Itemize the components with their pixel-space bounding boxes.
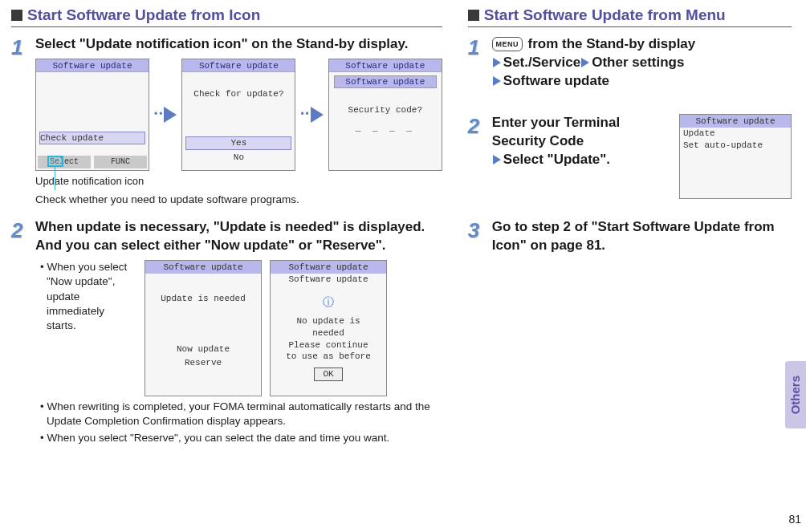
shot-line: Security code?: [329, 88, 442, 120]
left-step1-note: Check whether you need to update softwar…: [35, 193, 442, 207]
right-step2-l2: Select "Update".: [503, 152, 610, 167]
nav-other-settings: Other settings: [592, 55, 684, 70]
step-number: 2: [11, 218, 35, 447]
heading-left-text: Start Software Update from Icon: [27, 5, 260, 26]
shot-opt-reserve: Reserve: [149, 357, 258, 369]
shot-l3: Please continue: [271, 339, 386, 351]
side-tab-label: Others: [788, 376, 804, 414]
nav-software-update: Software update: [503, 73, 609, 88]
shot-l1: No update is: [271, 311, 386, 327]
right-step-2: 2 Enter your Terminal Security Code Sele…: [468, 114, 792, 199]
left-step2-main: When update is necessary, "Update is nee…: [35, 218, 442, 255]
shot-btn-func: FUNC: [94, 156, 147, 169]
bullet-rewriting: When rewriting is completed, your FOMA t…: [47, 400, 442, 428]
shot-yes: Yes: [185, 136, 291, 150]
shot-line: Check for update?: [182, 72, 295, 104]
shot-title: Software update: [271, 261, 386, 274]
screenshot-security-code: Software update Software update Security…: [328, 59, 442, 171]
heading-square: [468, 10, 479, 21]
update-notification-icon: [47, 156, 63, 167]
chevron-right-icon: [493, 58, 501, 67]
step-number: 1: [11, 35, 35, 208]
left-step1-main: Select "Update notification icon" on the…: [35, 35, 442, 54]
right-step3-main: Go to step 2 of "Start Software Update f…: [492, 218, 792, 255]
side-tab-others: Others: [785, 361, 806, 428]
shot-no: No: [185, 152, 291, 164]
right-step1-main: MENU from the Stand-by display Set./Serv…: [492, 35, 792, 91]
right-step1-t1: from the Stand-by display: [524, 36, 695, 51]
bullet-now-update: When you select "Now update", update imm…: [47, 260, 136, 333]
shot-btn-select: Select: [38, 156, 91, 169]
shot-title: Software update: [680, 115, 791, 128]
shot-title: Software update: [145, 261, 261, 274]
shot-row-auto: Set auto-update: [680, 140, 791, 152]
left-step2-bullets-rest: When rewriting is completed, your FOMA t…: [40, 400, 442, 445]
heading-right: Start Software Update from Menu: [468, 5, 792, 27]
page-number: 81: [788, 512, 801, 527]
shot-subtitle: Software update: [271, 274, 386, 286]
shot-row: Check update: [39, 132, 145, 145]
chevron-right-icon: [493, 155, 501, 164]
step-number: 1: [468, 35, 492, 95]
shot-title: Software update: [329, 59, 442, 72]
shot-mask: _ _ _ _: [329, 120, 442, 138]
shot-opt-now: Now update: [145, 343, 261, 355]
screenshot-update-menu: Software update Update Set auto-update: [679, 114, 792, 199]
screenshot-check-update: Software update Check update Select FUNC: [35, 59, 149, 171]
shot-title: Software update: [182, 59, 295, 72]
chevron-right-icon: [493, 76, 501, 86]
right-step-3: 3 Go to step 2 of "Start Software Update…: [468, 218, 792, 260]
heading-square: [11, 10, 22, 21]
icon-caption: Update notification icon: [35, 174, 442, 189]
left-step2-bullet-short: When you select "Now update", update imm…: [40, 260, 136, 396]
menu-icon: MENU: [492, 37, 523, 51]
shot-line: Update is needed: [145, 274, 261, 305]
shot-l4: to use as before: [271, 351, 386, 363]
right-step-1: 1 MENU from the Stand-by display Set./Se…: [468, 35, 792, 95]
shot-title: Software update: [36, 59, 149, 72]
arrow-1: ••: [154, 107, 177, 123]
left-step-1: 1 Select "Update notification icon" on t…: [11, 35, 442, 208]
right-step2-l1: Enter your Terminal Security Code: [492, 115, 620, 148]
arrow-2: ••: [300, 107, 323, 123]
step-number: 3: [468, 218, 492, 260]
screenshot-update-needed: Software update Update is needed Now upd…: [145, 260, 262, 396]
screenshot-check-for-update: Software update Check for update? Yes No: [181, 59, 295, 171]
heading-left: Start Software Update from Icon: [11, 5, 442, 27]
right-step2-main: Enter your Terminal Security Code Select…: [492, 114, 668, 194]
screenshot-no-update: Software update Software update ⓘ No upd…: [270, 260, 387, 396]
left-step1-shots: Software update Check update Select FUNC…: [35, 59, 442, 171]
shot-row-update: Update: [680, 128, 791, 140]
chevron-right-icon: [581, 58, 589, 67]
step-number: 2: [468, 114, 492, 199]
shot-ok: OK: [314, 368, 342, 381]
heading-right-text: Start Software Update from Menu: [484, 5, 726, 26]
left-step-2: 2 When update is necessary, "Update is n…: [11, 218, 442, 447]
shot-subtitle: Software update: [334, 75, 437, 89]
nav-set-service: Set./Service: [503, 55, 580, 70]
leader-line-v: [55, 166, 55, 190]
shot-l2: needed: [271, 327, 386, 339]
bullet-reserve: When you select "Reserve", you can selec…: [47, 431, 442, 445]
